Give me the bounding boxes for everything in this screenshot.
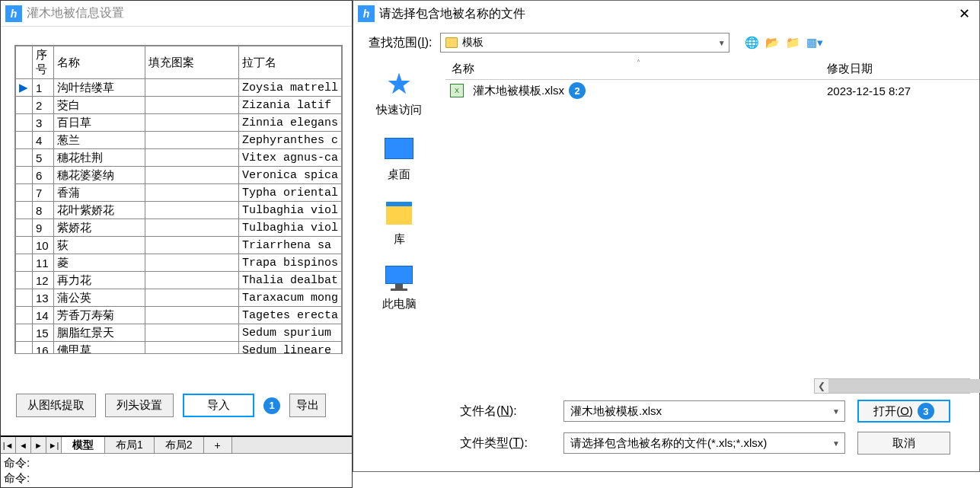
- file-list[interactable]: 名称 ˄ 修改日期 X 灌木地被模板.xlsx 2 2023-12-15 8:2…: [445, 59, 979, 394]
- back-icon[interactable]: 🌐: [745, 36, 759, 49]
- tab-add[interactable]: +: [204, 437, 232, 453]
- file-open-dialog: h 请选择包含地被名称的文件 ✕ 查找范围(I): 模板 ▼ 🌐 📂 📁 ▦▾ …: [353, 0, 980, 472]
- place-desktop[interactable]: 桌面: [383, 132, 415, 182]
- horizontal-scrollbar[interactable]: ❮ ❯: [814, 378, 970, 394]
- row-marker: [16, 324, 33, 342]
- table-row[interactable]: 9紫娇花Tulbaghia viol: [16, 219, 342, 237]
- cell-name: 葱兰: [53, 132, 145, 149]
- table-row[interactable]: 7香蒲Typha oriental: [16, 184, 342, 202]
- column-settings-button[interactable]: 列头设置: [105, 394, 174, 417]
- scroll-left-icon[interactable]: ❮: [815, 381, 828, 391]
- table-row[interactable]: 11菱Trapa bispinos: [16, 254, 342, 272]
- command-label-1: 命令:: [4, 455, 349, 470]
- chevron-down-icon[interactable]: ▼: [832, 439, 840, 448]
- cell-latin: Thalia dealbat: [238, 272, 341, 289]
- window-title: 灌木地被信息设置: [27, 5, 124, 21]
- row-marker: [16, 184, 33, 202]
- open-button[interactable]: 打开(O) 3: [857, 400, 950, 423]
- cell-fill: [145, 272, 238, 289]
- col-seq[interactable]: 序号: [32, 46, 53, 79]
- title-bar: h 灌木地被信息设置: [1, 1, 352, 27]
- up-folder-icon[interactable]: 📂: [765, 36, 780, 49]
- table-row[interactable]: 12再力花Thalia dealbat: [16, 272, 342, 289]
- chevron-down-icon[interactable]: ▼: [718, 39, 726, 47]
- library-icon: [386, 202, 412, 225]
- table-row[interactable]: 10荻Triarrhena sa: [16, 237, 342, 254]
- cell-name: 胭脂红景天: [53, 324, 145, 342]
- cell-latin: Sedum lineare: [238, 342, 341, 355]
- xlsx-icon: X: [450, 84, 464, 97]
- cell-latin: Zephyranthes c: [238, 132, 341, 149]
- sort-indicator-icon: ˄: [637, 59, 640, 67]
- cell-fill: [145, 132, 238, 149]
- tab-last-icon[interactable]: ►|: [46, 437, 62, 453]
- cell-fill: [145, 219, 238, 237]
- table-row[interactable]: 14芳香万寿菊Tagetes erecta: [16, 307, 342, 324]
- table-row[interactable]: 3百日草Zinnia elegans: [16, 114, 342, 132]
- cell-name: 再力花: [53, 272, 145, 289]
- cancel-button[interactable]: 取消: [857, 432, 950, 455]
- new-folder-icon[interactable]: 📁: [786, 36, 800, 49]
- layout-tabs: |◄ ◄ ► ►| 模型 布局1 布局2 +: [1, 435, 352, 454]
- tab-model[interactable]: 模型: [62, 437, 105, 453]
- tab-layout2[interactable]: 布局2: [155, 437, 204, 453]
- cell-seq: 5: [32, 149, 53, 167]
- col-modified[interactable]: 修改日期: [827, 62, 979, 76]
- table-row[interactable]: 15胭脂红景天Sedum spurium: [16, 324, 342, 342]
- cell-fill: [145, 149, 238, 167]
- file-row[interactable]: X 灌木地被模板.xlsx 2 2023-12-15 8:27: [445, 80, 979, 101]
- table-row[interactable]: 4葱兰Zephyranthes c: [16, 132, 342, 149]
- place-this-pc[interactable]: 此电脑: [382, 262, 417, 311]
- lookup-combo[interactable]: 模板 ▼: [440, 33, 729, 53]
- tab-next-icon[interactable]: ►: [31, 437, 46, 453]
- table-row[interactable]: 8花叶紫娇花Tulbaghia viol: [16, 202, 342, 219]
- import-button[interactable]: 导入: [183, 394, 254, 417]
- chevron-down-icon[interactable]: ▼: [832, 407, 840, 416]
- cell-seq: 8: [32, 202, 53, 219]
- app-icon: h: [358, 5, 375, 22]
- tab-first-icon[interactable]: |◄: [1, 437, 16, 453]
- cell-latin: Zoysia matrell: [238, 79, 341, 97]
- table-row[interactable]: 13蒲公英Taraxacum mong: [16, 289, 342, 307]
- command-label-2: 命令:: [4, 470, 349, 486]
- export-button[interactable]: 导出: [289, 394, 326, 417]
- col-fill[interactable]: 填充图案: [145, 46, 238, 79]
- filetype-combo[interactable]: 请选择包含地被名称的文件(*.xls;*.xlsx) ▼: [563, 432, 845, 454]
- lookup-label: 查找范围(I):: [369, 35, 433, 51]
- table-row[interactable]: ▶1沟叶结缕草Zoysia matrell: [16, 79, 342, 97]
- row-marker: [16, 202, 33, 219]
- cell-seq: 14: [32, 307, 53, 324]
- extract-button[interactable]: 从图纸提取: [16, 394, 96, 417]
- cell-name: 芳香万寿菊: [53, 307, 145, 324]
- col-filename[interactable]: 名称 ˄: [445, 62, 827, 76]
- view-menu-icon[interactable]: ▦▾: [806, 36, 823, 49]
- cell-name: 百日草: [53, 114, 145, 132]
- col-latin[interactable]: 拉丁名: [238, 46, 341, 79]
- table-row[interactable]: 16佛甲草Sedum lineare: [16, 342, 342, 355]
- col-name[interactable]: 名称: [53, 46, 145, 79]
- table-row[interactable]: 2茭白Zizania latif: [16, 97, 342, 114]
- row-marker: [16, 272, 33, 289]
- row-marker: [16, 219, 33, 237]
- cell-fill: [145, 237, 238, 254]
- place-libraries[interactable]: 库: [383, 197, 415, 247]
- cell-latin: Taraxacum mong: [238, 289, 341, 307]
- place-quick-access[interactable]: ★ 快速访问: [376, 68, 422, 117]
- cell-latin: Tulbaghia viol: [238, 219, 341, 237]
- cell-seq: 7: [32, 184, 53, 202]
- col-marker: [16, 46, 33, 79]
- scroll-thumb[interactable]: [828, 379, 980, 393]
- step-badge-3: 3: [918, 403, 934, 419]
- tab-prev-icon[interactable]: ◄: [16, 437, 31, 453]
- data-table[interactable]: 序号 名称 填充图案 拉丁名 ▶1沟叶结缕草Zoysia matrell2茭白Z…: [14, 45, 343, 354]
- table-row[interactable]: 6穗花婆婆纳Veronica spica: [16, 167, 342, 184]
- command-area[interactable]: 命令: 命令:: [1, 454, 352, 487]
- table-row[interactable]: 5穗花牡荆Vitex agnus-ca: [16, 149, 342, 167]
- cell-fill: [145, 97, 238, 114]
- lookup-row: 查找范围(I): 模板 ▼ 🌐 📂 📁 ▦▾: [353, 27, 979, 59]
- cell-seq: 1: [32, 79, 53, 97]
- filename-combo[interactable]: 灌木地被模板.xlsx ▼: [563, 400, 845, 422]
- tab-layout1[interactable]: 布局1: [105, 437, 155, 453]
- close-icon[interactable]: ✕: [953, 3, 975, 24]
- dialog-body: ★ 快速访问 桌面 库 此电脑 名称 ˄: [353, 59, 979, 394]
